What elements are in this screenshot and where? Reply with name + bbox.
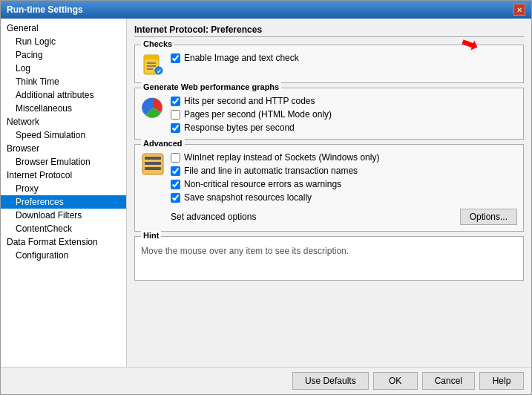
sidebar-item-speed-simulation[interactable]: Speed Simulation xyxy=(1,128,126,142)
non-critical-row: Non-critical resource errors as warnings xyxy=(171,179,517,189)
response-bytes-checkbox[interactable] xyxy=(171,123,180,133)
note-icon: ✓ xyxy=(141,53,165,76)
tree-panel: General Run Logic Pacing Log Think Time … xyxy=(1,19,127,367)
wininet-replay-checkbox[interactable] xyxy=(171,153,180,163)
main-content: General Run Logic Pacing Log Think Time … xyxy=(1,19,531,367)
sidebar-item-download-filters[interactable]: Download Filters xyxy=(1,209,126,222)
sidebar-item-general[interactable]: General xyxy=(1,22,126,35)
advanced-options-row: Set advanced options Options... xyxy=(171,209,517,225)
sidebar-item-run-logic[interactable]: Run Logic xyxy=(1,35,126,48)
checks-content: ✓ Enable Image and text check xyxy=(141,53,517,76)
bottom-bar: Use Defaults OK Cancel Help xyxy=(1,367,531,394)
svg-rect-11 xyxy=(145,167,161,170)
pie-chart-icon xyxy=(141,96,165,120)
non-critical-checkbox[interactable] xyxy=(171,180,180,189)
file-line-row: File and line in automatic transaction n… xyxy=(171,166,517,176)
settings-icon xyxy=(141,152,165,176)
wininet-replay-label: WinInet replay instead of Sockets (Windo… xyxy=(184,152,379,163)
checks-area: Enable Image and text check xyxy=(171,53,299,63)
pages-per-second-checkbox[interactable] xyxy=(171,110,180,120)
checks-section: Checks ➡ ✓ xyxy=(134,45,524,83)
advanced-label: Advanced xyxy=(141,139,185,148)
help-button[interactable]: Help xyxy=(479,372,524,390)
hits-per-second-label: Hits per second and HTTP codes xyxy=(184,96,315,106)
response-bytes-row: Response bytes per second xyxy=(171,123,332,133)
svg-rect-9 xyxy=(145,157,161,160)
options-button[interactable]: Options... xyxy=(460,209,517,225)
sidebar-item-configuration[interactable]: Configuration xyxy=(1,249,126,262)
hint-label: Hint xyxy=(141,231,161,240)
sidebar-item-think-time[interactable]: Think Time xyxy=(1,75,126,88)
hits-per-second-checkbox[interactable] xyxy=(171,97,180,106)
window-title: Run-time Settings xyxy=(7,4,83,15)
save-snapshot-label: Save snapshot resources locally xyxy=(184,192,312,203)
response-bytes-label: Response bytes per second xyxy=(184,123,295,133)
enable-image-checkbox[interactable] xyxy=(171,53,180,63)
graphs-content: Hits per second and HTTP codes Pages per… xyxy=(141,96,517,133)
sidebar-item-internet-protocol[interactable]: Internet Protocol xyxy=(1,169,126,182)
file-line-checkbox[interactable] xyxy=(171,166,180,176)
non-critical-label: Non-critical resource errors as warnings xyxy=(184,179,341,189)
enable-image-label: Enable Image and text check xyxy=(184,53,299,63)
sidebar-item-browser-emulation[interactable]: Browser Emulation xyxy=(1,155,126,169)
right-panel: Internet Protocol: Preferences Checks ➡ xyxy=(127,19,531,367)
sidebar-item-log[interactable]: Log xyxy=(1,62,126,75)
sidebar-item-preferences[interactable]: Preferences xyxy=(1,195,126,209)
svg-rect-10 xyxy=(145,162,161,165)
pages-per-second-label: Pages per second (HTML Mode only) xyxy=(184,109,332,120)
cancel-button[interactable]: Cancel xyxy=(422,372,475,390)
advanced-checks-area: WinInet replay instead of Sockets (Windo… xyxy=(171,152,517,225)
file-line-label: File and line in automatic transaction n… xyxy=(184,166,358,176)
svg-rect-1 xyxy=(144,55,159,59)
graphs-checks-area: Hits per second and HTTP codes Pages per… xyxy=(171,96,332,133)
sidebar-item-browser[interactable]: Browser xyxy=(1,142,126,155)
enable-image-check-row: Enable Image and text check xyxy=(171,53,299,63)
panel-title: Internet Protocol: Preferences xyxy=(134,25,524,37)
sidebar-item-proxy[interactable]: Proxy xyxy=(1,182,126,195)
sidebar-item-additional-attrs[interactable]: Additional attributes xyxy=(1,88,126,102)
window: Run-time Settings ✕ General Run Logic Pa… xyxy=(0,0,532,395)
hint-text: Move the mouse over any item to see its … xyxy=(141,246,517,256)
graphs-section: Generate Web performance graphs Hits per… xyxy=(134,88,524,140)
sidebar-item-miscellaneous[interactable]: Miscellaneous xyxy=(1,102,126,115)
advanced-content: WinInet replay instead of Sockets (Windo… xyxy=(141,152,517,225)
hint-box: Hint Move the mouse over any item to see… xyxy=(134,236,524,281)
pages-per-second-row: Pages per second (HTML Mode only) xyxy=(171,109,332,120)
use-defaults-button[interactable]: Use Defaults xyxy=(292,372,369,390)
svg-text:✓: ✓ xyxy=(157,68,162,75)
advanced-section: Advanced WinInet replay instead of Socke… xyxy=(134,144,524,232)
wininet-replay-row: WinInet replay instead of Sockets (Windo… xyxy=(171,152,517,163)
set-advanced-options-label: Set advanced options xyxy=(171,212,256,222)
sidebar-item-content-check[interactable]: ContentCheck xyxy=(1,222,126,235)
close-button[interactable]: ✕ xyxy=(513,4,525,16)
hits-per-second-row: Hits per second and HTTP codes xyxy=(171,96,332,106)
title-bar: Run-time Settings ✕ xyxy=(1,1,531,19)
ok-button[interactable]: OK xyxy=(373,372,418,390)
save-snapshot-row: Save snapshot resources locally xyxy=(171,192,517,203)
checks-label: Checks xyxy=(141,39,174,48)
sidebar-item-network[interactable]: Network xyxy=(1,115,126,128)
sidebar-item-data-format-ext[interactable]: Data Format Extension xyxy=(1,235,126,249)
graphs-label: Generate Web performance graphs xyxy=(141,82,281,91)
save-snapshot-checkbox[interactable] xyxy=(171,193,180,203)
sidebar-item-pacing[interactable]: Pacing xyxy=(1,48,126,62)
